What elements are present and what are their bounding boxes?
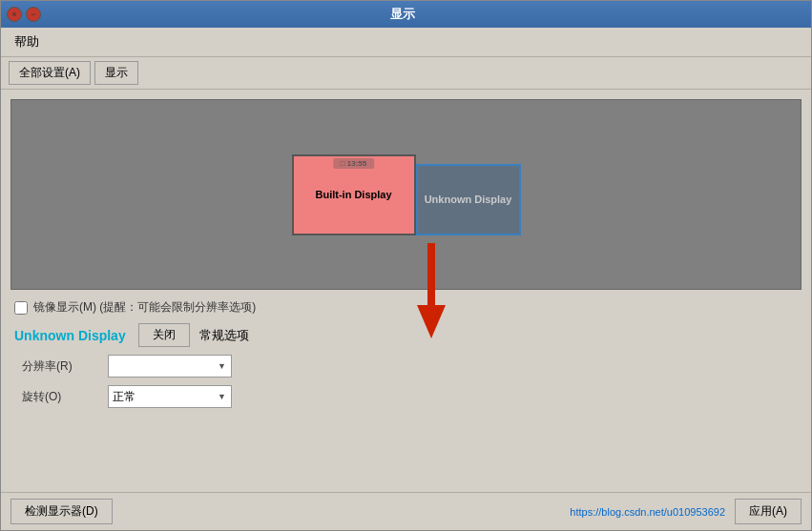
resolution-select-wrapper	[108, 355, 232, 378]
apply-button[interactable]: 应用(A)	[735, 499, 802, 524]
arrow-indicator	[412, 243, 469, 279]
selected-display-name: Unknown Display	[14, 328, 129, 343]
detect-displays-button[interactable]: 检测显示器(D)	[10, 499, 113, 524]
rotation-select-wrapper: 正常	[108, 385, 232, 408]
builtin-display-notch: □ 13:55	[333, 158, 375, 169]
rotation-row: 旋转(O) 正常	[22, 385, 798, 408]
menubar: 帮助	[1, 28, 811, 57]
rotation-select[interactable]: 正常	[108, 385, 232, 408]
display-button[interactable]: 显示	[94, 61, 138, 85]
main-window: × − 显示 帮助 全部设置(A) 显示 □ 13:55 Built-in Di…	[0, 0, 812, 531]
titlebar: × − 显示	[1, 1, 811, 28]
display-close-button[interactable]: 关闭	[138, 323, 190, 347]
bottom-right: https://blog.csdn.net/u010953692 应用(A)	[570, 499, 802, 524]
builtin-display-box[interactable]: □ 13:55 Built-in Display	[292, 154, 416, 235]
displays-container: □ 13:55 Built-in Display Unknown Display	[292, 154, 521, 235]
all-settings-button[interactable]: 全部设置(A)	[9, 61, 91, 85]
url-label: https://blog.csdn.net/u010953692	[570, 506, 725, 518]
toolbar: 全部设置(A) 显示	[1, 57, 811, 90]
bottom-bar: 检测显示器(D) https://blog.csdn.net/u01095369…	[1, 492, 811, 530]
builtin-display-label: Built-in Display	[315, 189, 391, 200]
mirror-label: 镜像显示(M) (提醒：可能会限制分辨率选项)	[33, 299, 256, 316]
resolution-row: 分辨率(R)	[22, 355, 798, 378]
menu-help[interactable]: 帮助	[9, 31, 45, 52]
mirror-checkbox[interactable]	[14, 301, 28, 315]
normal-options-link[interactable]: 常规选项	[199, 327, 249, 344]
resolution-label: 分辨率(R)	[22, 358, 98, 375]
main-content: □ 13:55 Built-in Display Unknown Display	[1, 90, 811, 492]
mirror-row: 镜像显示(M) (提醒：可能会限制分辨率选项)	[14, 299, 798, 316]
resolution-select[interactable]	[108, 355, 232, 378]
rotation-label: 旋转(O)	[22, 389, 98, 405]
options-area: 镜像显示(M) (提醒：可能会限制分辨率选项) Unknown Display …	[10, 299, 802, 408]
window-title: 显示	[0, 6, 805, 23]
unknown-display-box[interactable]: Unknown Display	[416, 164, 521, 235]
display-preview-area: □ 13:55 Built-in Display Unknown Display	[10, 99, 802, 290]
unknown-display-label: Unknown Display	[425, 194, 512, 205]
display-controls-row: Unknown Display 关闭 常规选项	[14, 323, 798, 347]
